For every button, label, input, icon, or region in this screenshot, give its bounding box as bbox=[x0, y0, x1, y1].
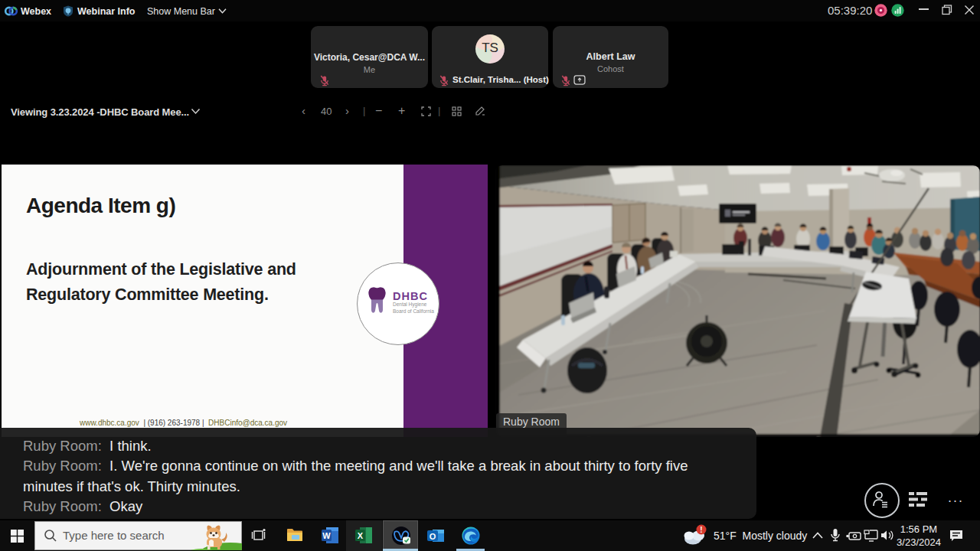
svg-text:O: O bbox=[430, 532, 436, 541]
svg-text:X: X bbox=[358, 531, 364, 540]
svg-text:!: ! bbox=[700, 526, 702, 534]
svg-text:W: W bbox=[322, 531, 331, 540]
